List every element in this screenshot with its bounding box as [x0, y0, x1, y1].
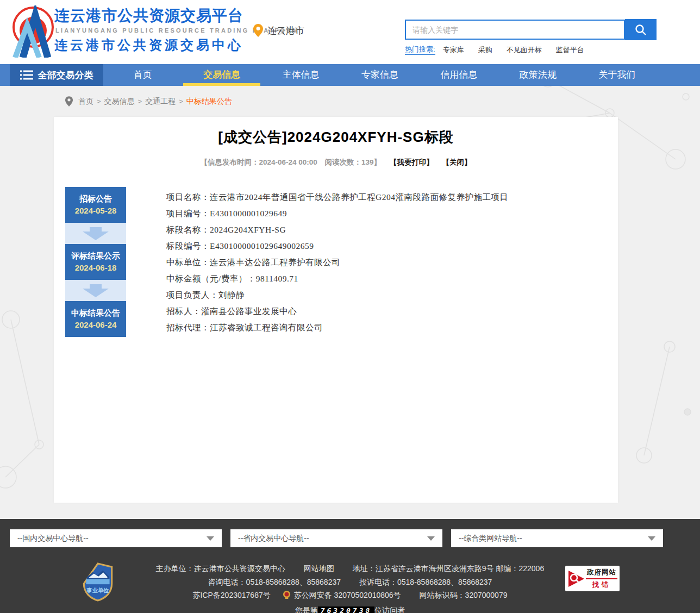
- breadcrumb-home[interactable]: 首页: [78, 97, 93, 107]
- hamburger-list-icon: [20, 70, 33, 80]
- visitor-prefix: 您是第: [295, 606, 318, 613]
- field-value: 2024G204XFYH-SG: [210, 225, 286, 234]
- field-label: 项目名称：: [166, 192, 210, 202]
- field-project-number: 项目编号：E4301000001029649: [166, 205, 508, 222]
- complaint-phone-text: 投诉电话：0518-85868288、85868237: [359, 578, 492, 586]
- location-pin-icon: [253, 24, 263, 37]
- field-value: 江苏睿致诚工程咨询有限公司: [210, 323, 323, 332]
- breadcrumb-current: 中标结果公告: [186, 97, 232, 107]
- footer-nav-select-comprehensive[interactable]: --综合类网站导航--: [451, 529, 663, 547]
- nav-item-trade-info[interactable]: 交易信息: [182, 64, 261, 86]
- hot-link-procurement[interactable]: 采购: [478, 45, 492, 55]
- nav-item-subject-info[interactable]: 主体信息: [261, 64, 340, 86]
- process-timeline: 招标公告 2024-05-28 评标结果公示 2024-06-18 中标结果公告…: [65, 187, 126, 337]
- timeline-step-award-result[interactable]: 中标结果公告 2024-06-24: [65, 301, 126, 337]
- chevron-down-icon: [648, 536, 655, 541]
- search-button[interactable]: [625, 19, 657, 40]
- field-label: 项目编号：: [166, 209, 210, 218]
- site-code-text: 网站标识码：3207000079: [420, 591, 508, 599]
- all-categories-label: 全部交易分类: [38, 69, 93, 82]
- public-institution-badge[interactable]: 事业单位: [82, 562, 114, 604]
- site-footer: --国内交易中心导航-- --省内交易中心导航-- --综合类网站导航-- 事业…: [0, 519, 700, 613]
- search-icon: [635, 24, 647, 36]
- sitemap-link[interactable]: 网站地图: [304, 564, 334, 573]
- announcement-fields: 项目名称：连云港市2024年普通国省干线公路养护工程G204灌南段路面修复养护施…: [166, 187, 508, 337]
- visitor-counter: 76320738: [318, 606, 375, 613]
- city-name: 连云港市: [267, 24, 304, 37]
- field-label: 标段编号：: [166, 241, 210, 251]
- nav-item-home[interactable]: 首页: [103, 64, 182, 86]
- timeline-step-date: 2024-06-18: [75, 262, 117, 274]
- breadcrumb: 首页 > 交易信息 > 交通工程 > 中标结果公告: [0, 86, 700, 117]
- icp-link[interactable]: 苏ICP备2023017687号: [193, 591, 271, 599]
- select-value: --综合类网站导航--: [459, 534, 522, 542]
- field-value: 灌南县公路事业发展中心: [201, 306, 297, 316]
- visitor-suffix: 位访问者: [374, 606, 405, 613]
- breadcrumb-separator: >: [138, 97, 142, 105]
- nav-item-credit-info[interactable]: 信用信息: [420, 64, 498, 86]
- footer-line-registration: 苏ICP备2023017687号苏公网安备 32070502010806号网站标…: [120, 589, 580, 604]
- nav-item-expert-info[interactable]: 专家信息: [340, 64, 419, 86]
- organizer-text: 主办单位：连云港市公共资源交易中心: [156, 564, 285, 573]
- timeline-step-title: 评标结果公示: [71, 250, 120, 262]
- hot-link-remote-bidding[interactable]: 不见面开标: [507, 45, 542, 55]
- footer-line-phones: 咨询电话：0518-85868288、85868237投诉电话：0518-858…: [120, 576, 580, 589]
- consult-phone-text: 咨询电话：0518-85868288、85868237: [208, 578, 341, 586]
- field-value: E4301000001029649: [210, 209, 287, 218]
- hot-link-expert[interactable]: 专家库: [443, 45, 464, 55]
- public-security-emblem-icon: [283, 590, 291, 604]
- field-label: 标段名称：: [166, 225, 210, 234]
- nav-item-about[interactable]: 关于我们: [578, 64, 657, 86]
- timeline-step-title: 中标结果公告: [71, 307, 120, 319]
- timeline-step-evaluation-result[interactable]: 评标结果公示 2024-06-18: [65, 244, 126, 280]
- field-label: 中标单位：: [166, 258, 210, 267]
- hot-search-label: 热门搜索:: [405, 45, 435, 55]
- footer-nav-select-provincial[interactable]: --省内交易中心导航--: [230, 529, 442, 547]
- chevron-down-icon: [427, 536, 435, 541]
- field-value: E4301000001029649002659: [210, 241, 314, 251]
- breadcrumb-trade-info[interactable]: 交易信息: [104, 97, 135, 107]
- field-label: 招标人：: [166, 306, 201, 316]
- search-input[interactable]: [405, 20, 625, 40]
- city-selector[interactable]: 连云港市: [253, 24, 304, 37]
- breadcrumb-traffic[interactable]: 交通工程: [145, 97, 176, 107]
- field-value: 连云港市2024年普通国省干线公路养护工程G204灌南段路面修复养护施工项目: [210, 192, 508, 202]
- footer-line-organizer: 主办单位：连云港市公共资源交易中心网站地图地址：江苏省连云港市海州区凌洲东路9号…: [120, 562, 580, 576]
- select-value: --省内交易中心导航--: [238, 534, 309, 542]
- field-value: 连云港丰达公路工程养护有限公司: [210, 258, 340, 267]
- select-value: --国内交易中心导航--: [17, 534, 89, 542]
- hot-link-supervision[interactable]: 监督平台: [556, 45, 584, 55]
- timeline-step-date: 2024-06-24: [75, 319, 117, 331]
- gov-site-error-report-badge[interactable]: 政府网站 找错: [565, 566, 620, 591]
- site-logo: [11, 5, 55, 60]
- field-value: 刘静静: [218, 290, 245, 299]
- timeline-step-tender-notice[interactable]: 招标公告 2024-05-28: [65, 187, 126, 223]
- field-tender-agent: 招标代理：江苏睿致诚工程咨询有限公司: [166, 320, 508, 336]
- timeline-arrow: [65, 280, 126, 301]
- field-value: 9811409.71: [256, 274, 298, 283]
- nav-item-policy[interactable]: 政策法规: [498, 64, 577, 86]
- timeline-arrow: [65, 223, 126, 244]
- psb-link[interactable]: 苏公网安备 32070502010806号: [294, 591, 401, 599]
- chevron-down-icon: [207, 536, 214, 541]
- timeline-step-date: 2024-05-28: [75, 205, 117, 217]
- field-label: 项目负责人：: [166, 290, 218, 299]
- field-project-name: 项目名称：连云港市2024年普通国省干线公路养护工程G204灌南段路面修复养护施…: [166, 189, 508, 205]
- logo-icon: [11, 5, 55, 58]
- gov-badge-line1: 政府网站: [586, 568, 617, 579]
- field-tenderer: 招标人：灌南县公路事业发展中心: [166, 303, 508, 320]
- footer-nav-select-domestic[interactable]: --国内交易中心导航--: [10, 529, 222, 547]
- close-button[interactable]: 【关闭】: [442, 158, 471, 166]
- site-title: 连云港市公共资源交易平台: [54, 7, 299, 25]
- field-winning-bidder: 中标单位：连云港丰达公路工程养护有限公司: [166, 254, 508, 271]
- footer-line-visitor: 您是第76320738位访问者: [120, 604, 580, 613]
- site-title-secondary: 连云港市公共资源交易中心: [54, 36, 299, 54]
- site-header: 连云港市公共资源交易平台 LIANYUNGANG PUBLIC RESOURCE…: [0, 0, 700, 64]
- error-report-logo-icon: [567, 570, 586, 588]
- breadcrumb-pin-icon: [65, 96, 73, 107]
- all-categories-button[interactable]: 全部交易分类: [10, 64, 103, 86]
- field-label: 中标金额（元/费率）：: [166, 274, 256, 283]
- field-label: 招标代理：: [166, 323, 210, 332]
- timeline-step-title: 招标公告: [79, 193, 112, 205]
- print-button[interactable]: 【我要打印】: [390, 158, 434, 166]
